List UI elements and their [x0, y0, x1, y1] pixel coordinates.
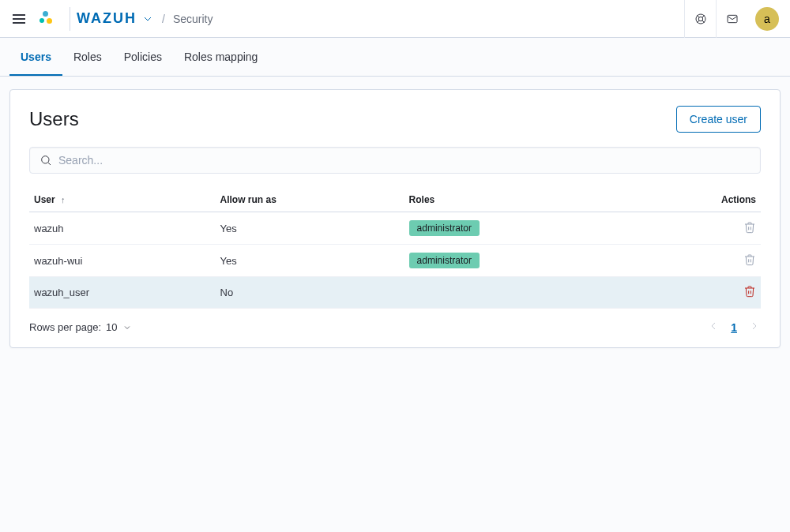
- chevron-down-icon: [141, 13, 154, 25]
- security-tabs: UsersRolesPoliciesRoles mapping: [0, 38, 790, 77]
- tab-roles[interactable]: Roles: [62, 38, 113, 76]
- create-user-button[interactable]: Create user: [676, 106, 761, 133]
- sort-asc-icon: ↑: [61, 195, 66, 204]
- cell-allow-run-as: Yes: [216, 245, 404, 277]
- app-brand[interactable]: WAZUH: [77, 10, 154, 27]
- rows-label: Rows per page:: [29, 321, 101, 333]
- search-icon: [40, 154, 52, 167]
- avatar-letter: a: [764, 13, 770, 25]
- cell-actions: [634, 212, 761, 245]
- role-badge: administrator: [409, 253, 480, 268]
- cell-roles: administrator: [404, 245, 634, 277]
- delete-user-button[interactable]: [743, 221, 756, 234]
- brand-text: WAZUH: [77, 10, 137, 27]
- svg-line-5: [697, 21, 699, 23]
- table-row[interactable]: wazuh-wuiYesadministrator: [29, 245, 761, 277]
- search-field[interactable]: [29, 147, 761, 174]
- rows-per-page[interactable]: Rows per page: 10: [29, 321, 132, 333]
- help-button[interactable]: [684, 0, 716, 38]
- users-tbody: wazuhYesadministratorwazuh-wuiYesadminis…: [29, 212, 761, 309]
- breadcrumb-separator: /: [162, 13, 165, 25]
- breadcrumb: Security: [173, 13, 213, 25]
- col-allow-run-as[interactable]: Allow run as: [216, 188, 404, 212]
- svg-line-2: [697, 15, 699, 17]
- cell-roles: [404, 277, 634, 309]
- chevron-down-icon: [122, 323, 132, 332]
- cell-actions: [634, 245, 761, 277]
- svg-line-3: [702, 21, 705, 23]
- delete-user-button[interactable]: [743, 253, 756, 266]
- lifebuoy-icon: [694, 13, 707, 25]
- tab-roles-mapping[interactable]: Roles mapping: [173, 38, 269, 76]
- trash-icon: [743, 253, 756, 266]
- next-page[interactable]: [748, 320, 761, 335]
- user-avatar[interactable]: a: [755, 7, 779, 31]
- users-table: User ↑ Allow run as Roles Actions wazuhY…: [29, 188, 761, 309]
- page-number[interactable]: 1: [731, 321, 737, 334]
- svg-line-8: [48, 163, 51, 165]
- pagination: 1: [707, 320, 761, 335]
- table-row[interactable]: wazuh_userNo: [29, 277, 761, 309]
- trash-icon: [743, 221, 756, 234]
- tab-policies[interactable]: Policies: [113, 38, 173, 76]
- svg-point-1: [698, 17, 702, 21]
- svg-rect-6: [728, 15, 737, 22]
- role-badge: administrator: [409, 220, 480, 236]
- cell-allow-run-as: Yes: [216, 212, 404, 245]
- svg-point-7: [42, 156, 49, 163]
- cell-allow-run-as: No: [216, 277, 404, 309]
- col-roles[interactable]: Roles: [404, 188, 634, 212]
- cell-user: wazuh: [29, 212, 216, 245]
- delete-user-button[interactable]: [743, 285, 756, 298]
- chevron-left-icon: [707, 320, 720, 332]
- kibana-logo: [40, 11, 55, 27]
- notifications-button[interactable]: [716, 0, 747, 38]
- col-actions: Actions: [634, 188, 761, 212]
- divider: [70, 7, 70, 31]
- menu-toggle[interactable]: [6, 6, 32, 32]
- cell-actions: [634, 277, 761, 309]
- users-panel: Users Create user User ↑ Allow run as Ro…: [9, 89, 781, 348]
- cell-roles: administrator: [404, 212, 634, 245]
- trash-icon: [743, 285, 756, 298]
- panel-title: Users: [29, 108, 79, 130]
- rows-value: 10: [106, 321, 117, 333]
- search-input[interactable]: [58, 154, 750, 167]
- mail-icon: [726, 13, 739, 25]
- svg-line-4: [702, 15, 705, 17]
- prev-page[interactable]: [707, 320, 720, 335]
- chevron-right-icon: [748, 320, 761, 332]
- table-row[interactable]: wazuhYesadministrator: [29, 212, 761, 245]
- cell-user: wazuh-wui: [29, 245, 216, 277]
- tab-users[interactable]: Users: [9, 38, 62, 76]
- cell-user: wazuh_user: [29, 277, 216, 309]
- col-user[interactable]: User ↑: [29, 188, 216, 212]
